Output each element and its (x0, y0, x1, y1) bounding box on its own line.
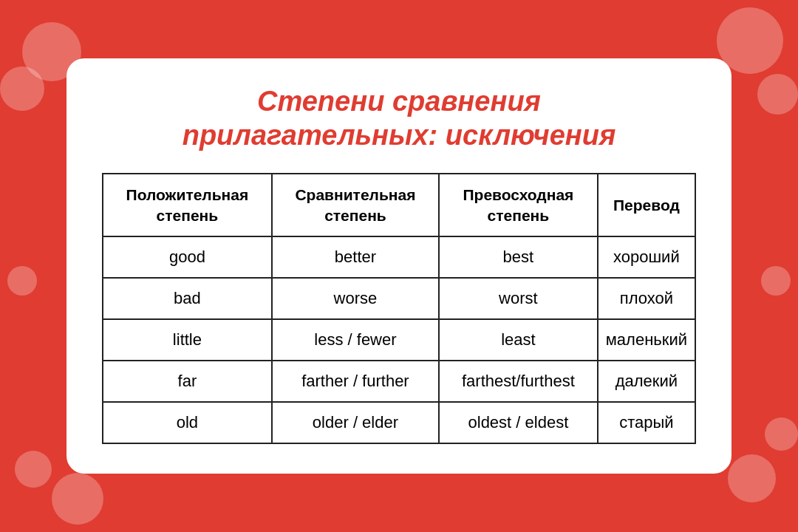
cell-superlative: least (439, 319, 598, 361)
page-title: Степени сравнения прилагательных: исключ… (102, 85, 696, 152)
cell-translation: далекий (598, 361, 695, 402)
table-row: littleless / fewerleastмаленький (103, 319, 695, 361)
cell-positive: old (103, 402, 272, 443)
header-comparative: Сравнительная степень (272, 174, 439, 236)
header-positive: Положительная степень (103, 174, 272, 236)
table-row: goodbetterbestхороший (103, 236, 695, 278)
cell-comparative: less / fewer (272, 319, 439, 361)
cell-translation: хороший (598, 236, 695, 278)
cell-comparative: farther / further (272, 361, 439, 402)
cell-translation: старый (598, 402, 695, 443)
cell-superlative: best (439, 236, 598, 278)
cell-positive: good (103, 236, 272, 278)
cell-comparative: better (272, 236, 439, 278)
header-translation: Перевод (598, 174, 695, 236)
table-header-row: Положительная степень Сравнительная степ… (103, 174, 695, 236)
cell-superlative: farthest/furthest (439, 361, 598, 402)
comparison-table: Положительная степень Сравнительная степ… (102, 173, 696, 444)
cell-superlative: oldest / eldest (439, 402, 598, 443)
header-superlative: Превосходная степень (439, 174, 598, 236)
cell-positive: far (103, 361, 272, 402)
cell-positive: bad (103, 278, 272, 319)
table-row: badworseworstплохой (103, 278, 695, 319)
main-card: Степени сравнения прилагательных: исключ… (66, 58, 732, 474)
table-row: farfarther / furtherfarthest/furthestдал… (103, 361, 695, 402)
cell-superlative: worst (439, 278, 598, 319)
table-row: oldolder / elderoldest / eldestстарый (103, 402, 695, 443)
cell-comparative: older / elder (272, 402, 439, 443)
cell-comparative: worse (272, 278, 439, 319)
cell-translation: плохой (598, 278, 695, 319)
cell-translation: маленький (598, 319, 695, 361)
cell-positive: little (103, 319, 272, 361)
